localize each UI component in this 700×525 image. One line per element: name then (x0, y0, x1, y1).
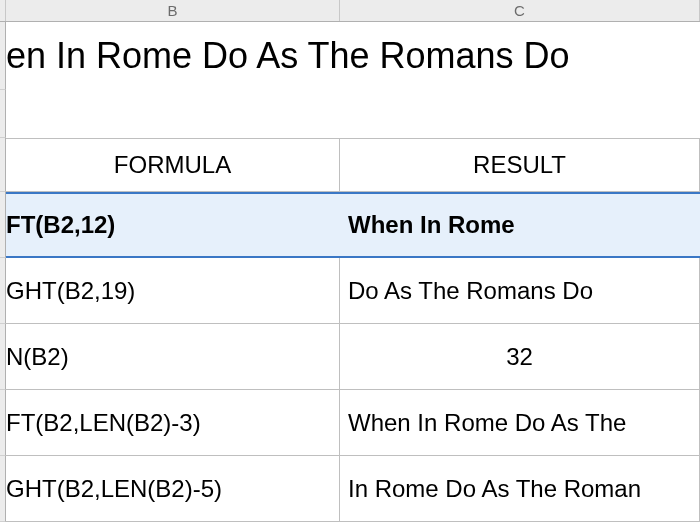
column-header-C[interactable]: C (340, 0, 700, 21)
spreadsheet-view: B C en In Rome Do As The Romans Do FORMU… (0, 0, 700, 525)
cell-B3[interactable] (6, 90, 340, 138)
cell-C8[interactable]: When In Rome Do As The (340, 390, 700, 456)
formula-text: FT(B2,12) (6, 211, 115, 239)
row-8: FT(B2,LEN(B2)-3) When In Rome Do As The (0, 390, 700, 456)
column-header-row: B C (0, 0, 700, 22)
result-header-label: RESULT (473, 151, 566, 179)
cell-B7[interactable]: N(B2) (6, 324, 340, 390)
formula-header-label: FORMULA (114, 151, 231, 179)
row-7: N(B2) 32 (0, 324, 700, 390)
cell-C4-header[interactable]: RESULT (340, 138, 700, 192)
cell-B5[interactable]: FT(B2,12) (6, 192, 340, 258)
result-text: Do As The Romans Do (348, 277, 593, 305)
formula-text: GHT(B2,19) (6, 277, 135, 305)
column-header-label: B (167, 2, 177, 19)
row-6: GHT(B2,19) Do As The Romans Do (0, 258, 700, 324)
result-text: When In Rome (348, 211, 515, 239)
cell-B2-title[interactable]: en In Rome Do As The Romans Do (6, 22, 700, 90)
formula-text: N(B2) (6, 343, 69, 371)
formula-text: FT(B2,LEN(B2)-3) (6, 409, 201, 437)
cell-C6[interactable]: Do As The Romans Do (340, 258, 700, 324)
row-9: GHT(B2,LEN(B2)-5) In Rome Do As The Roma… (0, 456, 700, 522)
cell-C9[interactable]: In Rome Do As The Roman (340, 456, 700, 522)
row-2: en In Rome Do As The Romans Do (0, 22, 700, 90)
result-text: In Rome Do As The Roman (348, 475, 641, 503)
row-5: FT(B2,12) When In Rome (0, 192, 700, 258)
column-header-B[interactable]: B (6, 0, 340, 21)
result-text: 32 (506, 343, 533, 371)
cell-B9[interactable]: GHT(B2,LEN(B2)-5) (6, 456, 340, 522)
cell-C7[interactable]: 32 (340, 324, 700, 390)
cell-B6[interactable]: GHT(B2,19) (6, 258, 340, 324)
cell-C5[interactable]: When In Rome (340, 192, 700, 258)
result-text: When In Rome Do As The (348, 409, 626, 437)
row-4: FORMULA RESULT (0, 138, 700, 192)
column-header-label: C (514, 2, 525, 19)
row-3 (0, 90, 700, 138)
title-text: en In Rome Do As The Romans Do (6, 35, 570, 77)
formula-text: GHT(B2,LEN(B2)-5) (6, 475, 222, 503)
cell-C3[interactable] (340, 90, 700, 138)
cell-B8[interactable]: FT(B2,LEN(B2)-3) (6, 390, 340, 456)
cell-B4-header[interactable]: FORMULA (6, 138, 340, 192)
